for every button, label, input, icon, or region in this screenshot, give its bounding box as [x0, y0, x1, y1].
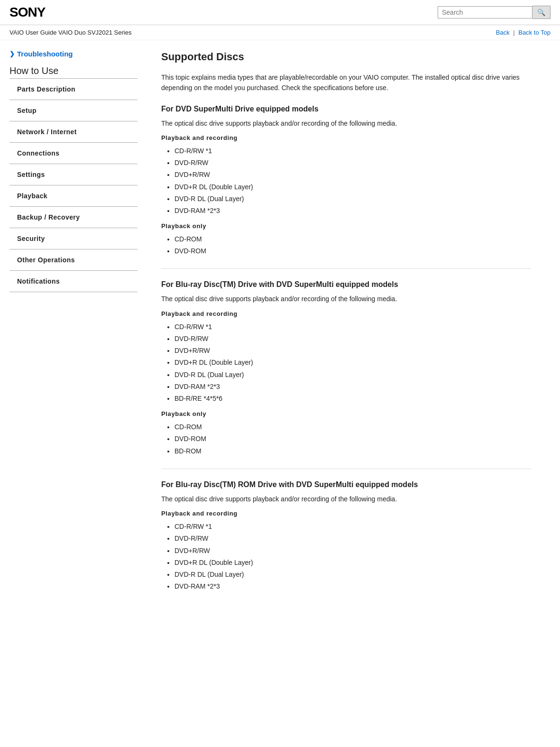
- section-title: For Blu-ray Disc(TM) ROM Drive with DVD …: [161, 480, 531, 489]
- sidebar-item[interactable]: Notifications: [9, 271, 138, 292]
- content-area: Supported Discs This topic explains medi…: [142, 40, 550, 740]
- sidebar-item[interactable]: Playback: [9, 185, 138, 207]
- list-item: DVD-RAM *2*3: [174, 581, 531, 592]
- header: SONY 🔍: [0, 0, 560, 25]
- list-item: DVD+R DL (Double Layer): [174, 181, 531, 193]
- sidebar-items: Parts DescriptionSetupNetwork / Internet…: [9, 79, 138, 292]
- list-item: DVD-R/RW: [174, 333, 531, 345]
- section-divider: [161, 469, 531, 469]
- disc-list: CD-ROMDVD-ROMBD-ROM: [161, 421, 531, 457]
- back-link[interactable]: Back: [496, 29, 510, 36]
- list-item: DVD-RAM *2*3: [174, 205, 531, 217]
- disc-list: CD-R/RW *1DVD-R/RWDVD+R/RWDVD+R DL (Doub…: [161, 321, 531, 405]
- list-item: DVD+R/RW: [174, 545, 531, 557]
- list-item: CD-ROM: [174, 421, 531, 433]
- sidebar-item[interactable]: Setup: [9, 100, 138, 121]
- section-desc: The optical disc drive supports playback…: [161, 494, 531, 504]
- search-area: 🔍: [438, 6, 551, 19]
- sidebar-item[interactable]: Other Operations: [9, 249, 138, 271]
- list-item: DVD+R/RW: [174, 345, 531, 357]
- list-item: DVD+R/RW: [174, 169, 531, 181]
- list-item: DVD-ROM: [174, 245, 531, 257]
- sidebar-item[interactable]: Network / Internet: [9, 121, 138, 143]
- list-item: BD-R/RE *4*5*6: [174, 393, 531, 405]
- list-item: CD-R/RW *1: [174, 321, 531, 333]
- back-to-top-link[interactable]: Back to Top: [518, 29, 551, 36]
- list-item: DVD-R DL (Dual Layer): [174, 193, 531, 205]
- subsection-title: Playback and recording: [161, 134, 531, 141]
- list-item: DVD+R DL (Double Layer): [174, 357, 531, 369]
- disc-section: For DVD SuperMulti Drive equipped models…: [161, 105, 531, 258]
- section-title: For Blu-ray Disc(TM) Drive with DVD Supe…: [161, 280, 531, 289]
- disc-section: For Blu-ray Disc(TM) ROM Drive with DVD …: [161, 480, 531, 593]
- sidebar: Troubleshooting How to Use Parts Descrip…: [0, 40, 142, 740]
- sidebar-item[interactable]: Backup / Recovery: [9, 207, 138, 228]
- section-desc: The optical disc drive supports playback…: [161, 118, 531, 129]
- sidebar-item[interactable]: Connections: [9, 143, 138, 164]
- search-input[interactable]: [438, 6, 532, 18]
- subsection-title: Playback and recording: [161, 310, 531, 317]
- list-item: DVD-R/RW: [174, 533, 531, 544]
- main-layout: Troubleshooting How to Use Parts Descrip…: [0, 40, 560, 740]
- list-item: DVD-ROM: [174, 433, 531, 445]
- intro-text: This topic explains media types that are…: [161, 72, 531, 93]
- breadcrumb-bar: VAIO User Guide VAIO Duo SVJ2021 Series …: [0, 25, 560, 40]
- sidebar-item[interactable]: Parts Description: [9, 79, 138, 100]
- sidebar-item[interactable]: Settings: [9, 164, 138, 185]
- section-divider: [161, 268, 531, 269]
- list-item: CD-R/RW *1: [174, 521, 531, 533]
- disc-list: CD-ROMDVD-ROM: [161, 233, 531, 257]
- how-to-use-label: How to Use: [9, 65, 138, 76]
- list-item: CD-R/RW *1: [174, 145, 531, 157]
- sony-logo: SONY: [9, 5, 45, 20]
- list-item: CD-ROM: [174, 233, 531, 245]
- nav-links: Back | Back to Top: [496, 29, 551, 36]
- list-item: DVD-R DL (Dual Layer): [174, 369, 531, 381]
- subsection-title: Playback only: [161, 410, 531, 417]
- list-item: DVD-RAM *2*3: [174, 381, 531, 393]
- list-item: DVD+R DL (Double Layer): [174, 557, 531, 569]
- guide-label: VAIO User Guide VAIO Duo SVJ2021 Series: [9, 29, 131, 36]
- disc-list: CD-R/RW *1DVD-R/RWDVD+R/RWDVD+R DL (Doub…: [161, 521, 531, 592]
- sections-container: For DVD SuperMulti Drive equipped models…: [161, 105, 531, 593]
- list-item: DVD-R DL (Dual Layer): [174, 569, 531, 581]
- disc-section: For Blu-ray Disc(TM) Drive with DVD Supe…: [161, 280, 531, 457]
- search-button[interactable]: 🔍: [532, 6, 551, 19]
- subsection-title: Playback and recording: [161, 510, 531, 517]
- section-desc: The optical disc drive supports playback…: [161, 294, 531, 304]
- disc-list: CD-R/RW *1DVD-R/RWDVD+R/RWDVD+R DL (Doub…: [161, 145, 531, 217]
- subsection-title: Playback only: [161, 222, 531, 230]
- section-title: For DVD SuperMulti Drive equipped models: [161, 105, 531, 113]
- list-item: DVD-R/RW: [174, 157, 531, 169]
- page-title: Supported Discs: [161, 50, 531, 65]
- sidebar-item[interactable]: Security: [9, 228, 138, 249]
- troubleshooting-link[interactable]: Troubleshooting: [9, 50, 138, 58]
- list-item: BD-ROM: [174, 445, 531, 457]
